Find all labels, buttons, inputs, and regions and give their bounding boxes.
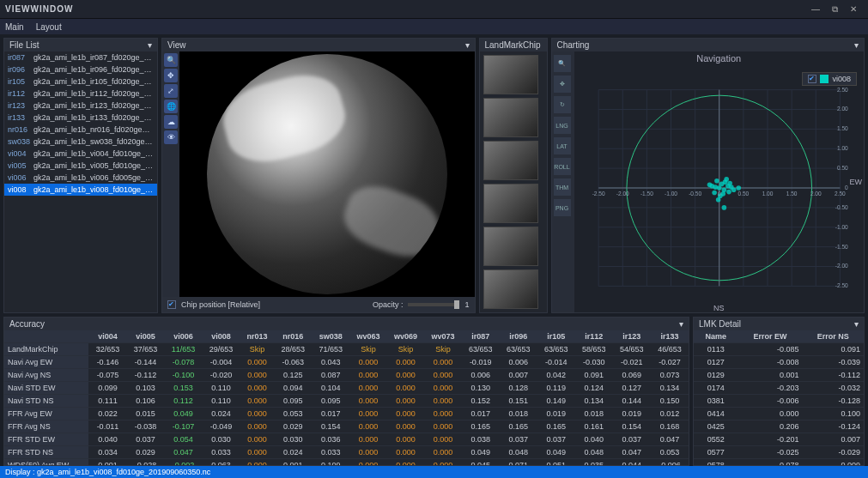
chip-thumb[interactable] (483, 98, 538, 137)
fit-icon[interactable]: ⤢ (164, 84, 178, 98)
accuracy-table-scroll[interactable]: vi004vi005vi006vi008nr013nr016sw038wv063… (4, 330, 689, 465)
chart-legend[interactable]: vi008 (802, 72, 857, 86)
cell: 0.103 (126, 382, 164, 395)
svg-text:0: 0 (845, 185, 848, 191)
file-row[interactable]: ir133gk2a_ami_le1b_ir133_fd020ge_2019090… (4, 112, 157, 124)
table-row[interactable]: 04140.0000.100 (694, 408, 864, 421)
cell: 0.048 (500, 446, 537, 459)
file-row[interactable]: ir087gk2a_ami_le1b_ir087_fd020ge_2019090… (4, 51, 157, 64)
cell: 0.000 (240, 433, 275, 446)
svg-text:0: 0 (717, 191, 720, 197)
dropdown-icon[interactable]: ▾ (465, 40, 470, 50)
file-row[interactable]: vi006gk2a_ami_le1b_vi006_fd005ge_2019090… (4, 172, 157, 184)
chart-tool-5[interactable]: ROLL (554, 158, 571, 175)
svg-point-43 (721, 205, 726, 210)
chip-thumb[interactable] (483, 269, 538, 309)
cell: -0.006 (651, 459, 689, 466)
minimize-icon[interactable]: — (806, 4, 825, 14)
cell: 0.000 (349, 421, 386, 433)
dropdown-icon[interactable]: ▾ (148, 40, 152, 50)
file-row[interactable]: ir105gk2a_ami_le1b_ir105_fd020ge_2019090… (4, 76, 157, 88)
dropdown-icon[interactable]: ▾ (854, 40, 859, 50)
file-row[interactable]: vi008gk2a_ami_le1b_vi008_fd010ge_2019090… (4, 184, 157, 196)
dropdown-icon[interactable]: ▾ (854, 319, 859, 329)
file-row[interactable]: sw038gk2a_ami_le1b_sw038_fd020ge_2019090… (4, 136, 157, 148)
status-bar: Display : gk2a_ami_le1b_vi008_fd010ge_20… (0, 466, 868, 478)
table-row[interactable]: 0381-0.006-0.128 (694, 395, 864, 408)
file-row[interactable]: ir096gk2a_ami_le1b_ir096_fd020ge_2019090… (4, 64, 157, 76)
file-list[interactable]: ir087gk2a_ami_le1b_ir087_fd020ge_2019090… (4, 51, 157, 312)
move-icon[interactable]: ✥ (164, 69, 178, 82)
svg-text:-0.50: -0.50 (835, 204, 847, 210)
table-row[interactable]: 0174-0.203-0.032 (694, 382, 864, 395)
col-header: vi006 (164, 330, 202, 343)
table-row[interactable]: 0127-0.008-0.039 (694, 356, 864, 369)
chip-thumb[interactable] (483, 55, 538, 94)
file-row[interactable]: vi004gk2a_ami_le1b_vi004_fd010ge_2019090… (4, 148, 157, 160)
cell: 0.000 (349, 395, 386, 408)
lmk-table-scroll[interactable]: NameError EWError NS0113-0.0850.0910127-… (694, 330, 864, 465)
cell: 0.000 (349, 446, 386, 459)
table-row[interactable]: 01290.001-0.112 (694, 369, 864, 382)
table-row[interactable]: 05780.078-0.009 (694, 459, 864, 466)
cell: -0.063 (274, 356, 312, 369)
row-header: LandMarkChip (4, 343, 88, 356)
zoom-icon[interactable]: 🔍 (164, 53, 178, 67)
row-header: Navi STD EW (4, 382, 88, 395)
chart-tool-7[interactable]: PNG (554, 199, 571, 216)
table-row[interactable]: 0577-0.025-0.029 (694, 446, 864, 459)
cloud-icon[interactable]: ☁ (164, 115, 178, 129)
eye-icon[interactable]: 👁 (164, 130, 178, 144)
cell: 0.000 (349, 382, 386, 395)
chart-tool-2[interactable]: ↻ (554, 96, 571, 113)
chip-thumb[interactable] (483, 227, 538, 266)
col-header: ir087 (462, 330, 500, 343)
file-row[interactable]: nr016gk2a_ami_le1b_nr016_fd020ge_2019090… (4, 124, 157, 136)
svg-text:2.50: 2.50 (835, 191, 846, 197)
globe-icon[interactable]: 🌐 (164, 100, 178, 113)
chart-tool-0[interactable]: 🔍 (554, 55, 571, 72)
cell: 0.106 (126, 395, 164, 408)
chart-tool-1[interactable]: ✥ (554, 76, 571, 93)
earth-view[interactable] (179, 51, 475, 297)
table-row[interactable]: 0552-0.2010.007 (694, 433, 864, 446)
table-row[interactable]: 0113-0.0850.091 (694, 343, 864, 356)
svg-text:-2.50: -2.50 (592, 191, 604, 197)
file-list-panel: File List ▾ ir087gk2a_ami_le1b_ir087_fd0… (3, 38, 158, 313)
chart-area[interactable]: Navigation -2.50-2.00-1.50-1.00-0.5000.5… (574, 51, 865, 312)
restore-icon[interactable]: ⧉ (825, 4, 844, 15)
chart-tool-4[interactable]: LAT (554, 137, 571, 154)
view-panel: View ▾ 🔍 ✥ ⤢ 🌐 ☁ 👁 Chip position [Relati… (161, 38, 476, 313)
cell: 0.029 (126, 446, 164, 459)
cell: 0.042 (537, 369, 575, 382)
svg-text:1.50: 1.50 (786, 191, 797, 197)
file-row[interactable]: ir123gk2a_ami_le1b_ir123_fd020ge_2019090… (4, 100, 157, 112)
menu-layout[interactable]: Layout (36, 22, 62, 32)
opacity-slider[interactable] (408, 303, 459, 306)
file-row[interactable]: ir112gk2a_ami_le1b_ir112_fd020ge_2019090… (4, 88, 157, 100)
cell: 0.047 (613, 446, 651, 459)
legend-swatch (820, 75, 829, 83)
close-icon[interactable]: ✕ (844, 4, 863, 14)
col-header: ir105 (537, 330, 575, 343)
cell: 0.022 (88, 408, 126, 421)
cell: 0.000 (240, 395, 275, 408)
chip-pos-checkbox[interactable] (167, 300, 176, 309)
cell: -0.107 (164, 421, 202, 433)
cell: 0.000 (424, 356, 461, 369)
file-row[interactable]: vi005gk2a_ami_le1b_vi005_fd010ge_2019090… (4, 160, 157, 172)
chart-tool-3[interactable]: LNG (554, 117, 571, 134)
cell: 0.000 (240, 369, 275, 382)
menu-main[interactable]: Main (5, 22, 24, 32)
chart-tool-6[interactable]: THM (554, 178, 571, 196)
cell: -0.075 (88, 369, 126, 382)
table-row[interactable]: 04250.206-0.124 (694, 421, 864, 433)
cell: 0.019 (613, 408, 651, 421)
svg-point-44 (727, 181, 732, 186)
chip-thumb[interactable] (483, 184, 538, 223)
col-header: Error EW (738, 330, 803, 343)
chip-thumbnails[interactable] (480, 51, 547, 312)
legend-checkbox[interactable] (808, 75, 816, 83)
chip-thumb[interactable] (483, 141, 538, 180)
dropdown-icon[interactable]: ▾ (679, 319, 683, 329)
